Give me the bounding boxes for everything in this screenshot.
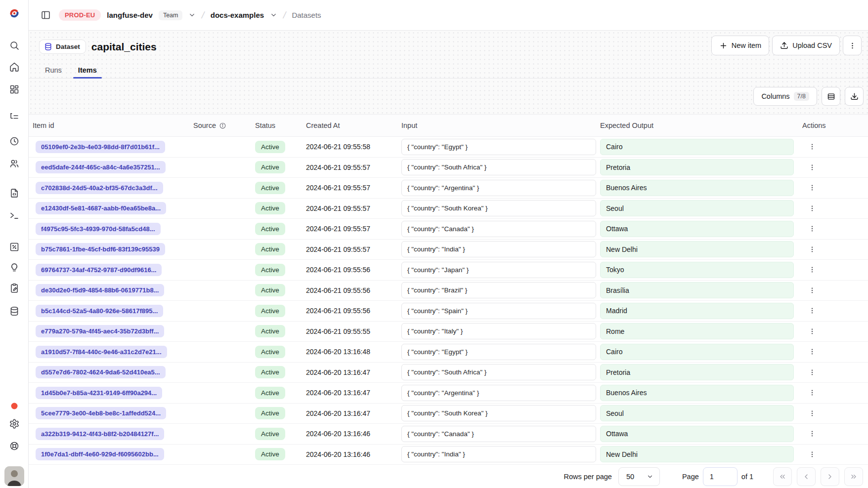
expected-output-cell[interactable]: Ottawa	[600, 426, 794, 442]
row-actions-button[interactable]	[804, 406, 821, 421]
row-actions-button[interactable]	[804, 324, 821, 339]
row-actions-button[interactable]	[804, 180, 821, 196]
item-id-badge[interactable]: 05109ef0-2e3b-4e03-98dd-8f7d01b61f...	[36, 141, 165, 153]
input-cell[interactable]: { "country": "Egypt" }	[401, 344, 596, 360]
item-id-badge[interactable]: 1f0e7da1-dbff-4e60-929d-f6095602bb...	[36, 448, 164, 460]
row-actions-button[interactable]	[804, 139, 821, 155]
table-row[interactable]: 69764737-34af-4752-9787-d90df9616... Act…	[29, 260, 868, 281]
input-cell[interactable]: { "country": "India" }	[401, 446, 596, 462]
item-id-badge[interactable]: e12430df-5e81-4687-aabb-f0ea65be8a...	[36, 202, 166, 214]
previous-page-button[interactable]	[797, 467, 816, 486]
item-id-badge[interactable]: eed5dafe-244f-465c-a84c-4a6e357251...	[36, 161, 166, 173]
expected-output-cell[interactable]: Tokyo	[600, 262, 794, 278]
column-header-item-id[interactable]: Item id	[29, 122, 193, 129]
expected-output-cell[interactable]: New Delhi	[600, 241, 794, 257]
download-button[interactable]	[845, 87, 864, 106]
prompts-file-code-icon[interactable]	[9, 188, 19, 199]
table-row[interactable]: b5c144cd-52a5-4a80-926e-58617f895... Act…	[29, 301, 868, 322]
table-row[interactable]: 1f0e7da1-dbff-4e60-929d-f6095602bb... Ac…	[29, 445, 868, 465]
column-header-input[interactable]: Input	[401, 122, 600, 129]
insights-lightbulb-icon[interactable]	[9, 263, 19, 273]
expected-output-cell[interactable]: New Delhi	[600, 446, 794, 462]
tracing-list-tree-icon[interactable]	[9, 112, 19, 122]
row-actions-button[interactable]	[804, 303, 821, 319]
expected-output-cell[interactable]: Ottawa	[600, 221, 794, 237]
input-cell[interactable]: { "country": "Canada" }	[401, 221, 596, 237]
support-lifebuoy-icon[interactable]	[9, 441, 19, 451]
breadcrumb-project[interactable]: docs-examples	[211, 11, 264, 19]
playground-terminal-icon[interactable]	[9, 210, 19, 221]
table-row[interactable]: e779a270-579a-4f45-aec4-35b72d3bff... Ac…	[29, 322, 868, 342]
input-cell[interactable]: { "country": "Japan" }	[401, 262, 596, 278]
row-actions-button[interactable]	[804, 242, 821, 257]
breadcrumb-org[interactable]: langfuse-dev	[107, 11, 153, 19]
home-icon[interactable]	[9, 62, 19, 73]
item-id-badge[interactable]: de30d2e0-f5d9-4854-88b6-0619771b8...	[36, 284, 164, 296]
expected-output-cell[interactable]: Pretoria	[600, 159, 794, 175]
expected-output-cell[interactable]: Madrid	[600, 303, 794, 319]
row-height-button[interactable]	[822, 87, 840, 106]
item-id-badge[interactable]: 5cee7779-3e00-4eb8-be8c-1affedd524...	[36, 407, 166, 419]
expected-output-cell[interactable]: Buenos Aires	[600, 180, 794, 196]
item-id-badge[interactable]: 1d45b0e7-b85a-4231-9149-6ff90a294...	[36, 387, 162, 399]
table-row[interactable]: b75c7861-1fbe-45cf-bdf6-83f139c95539 Act…	[29, 240, 868, 260]
row-actions-button[interactable]	[804, 426, 821, 442]
settings-gear-icon[interactable]	[9, 419, 19, 429]
status-dot-icon[interactable]	[11, 403, 17, 409]
input-cell[interactable]: { "country": "India" }	[401, 241, 596, 257]
row-actions-button[interactable]	[804, 385, 821, 401]
input-cell[interactable]: { "country": "Brazil" }	[401, 282, 596, 298]
input-cell[interactable]: { "country": "Argentina" }	[401, 180, 596, 196]
table-row[interactable]: c702838d-24d5-40a2-bf35-67dc3a3df... Act…	[29, 178, 868, 199]
sidebar-toggle-icon[interactable]	[39, 8, 53, 22]
row-actions-button[interactable]	[804, 160, 821, 175]
item-id-badge[interactable]: 69764737-34af-4752-9787-d90df9616...	[36, 264, 162, 276]
row-actions-button[interactable]	[804, 344, 821, 360]
row-actions-button[interactable]	[804, 201, 821, 216]
input-cell[interactable]: { "country": "Canada" }	[401, 426, 596, 442]
input-cell[interactable]: { "country": "Egypt" }	[401, 139, 596, 155]
user-avatar[interactable]	[4, 466, 24, 486]
row-actions-button[interactable]	[804, 283, 821, 298]
expected-output-cell[interactable]: Rome	[600, 323, 794, 339]
datasets-database-icon[interactable]	[9, 306, 19, 317]
table-row[interactable]: a1910d57-7f84-440c-9e46-a31c2d7e21... Ac…	[29, 342, 868, 363]
page-number-input[interactable]	[703, 467, 738, 486]
table-row[interactable]: 5cee7779-3e00-4eb8-be8c-1affedd524... Ac…	[29, 404, 868, 424]
dashboards-grid-icon[interactable]	[9, 84, 19, 95]
item-id-badge[interactable]: c702838d-24d5-40a2-bf35-67dc3a3df...	[36, 182, 163, 194]
row-actions-button[interactable]	[804, 262, 821, 278]
column-header-source[interactable]: Source	[193, 122, 255, 129]
last-page-button[interactable]	[844, 467, 863, 486]
item-id-badge[interactable]: a1910d57-7f84-440c-9e46-a31c2d7e21...	[36, 346, 167, 358]
tab-items[interactable]: Items	[73, 62, 102, 79]
input-cell[interactable]: { "country": "South Korea" }	[401, 405, 596, 421]
expected-output-cell[interactable]: Cairo	[600, 139, 794, 155]
upload-csv-button[interactable]: Upload CSV	[772, 36, 840, 55]
column-header-status[interactable]: Status	[255, 122, 306, 129]
expected-output-cell[interactable]: Buenos Aires	[600, 385, 794, 401]
item-id-badge[interactable]: e779a270-579a-4f45-aec4-35b72d3bff...	[36, 325, 164, 337]
table-row[interactable]: f4975c95-5fc3-4939-970d-58fa5cd48... Act…	[29, 219, 868, 240]
info-icon[interactable]	[219, 122, 226, 129]
input-cell[interactable]: { "country": "South Korea" }	[401, 200, 596, 216]
annotation-clipboard-pen-icon[interactable]	[9, 283, 19, 293]
header-more-actions-button[interactable]	[843, 36, 862, 55]
column-header-expected-output[interactable]: Expected Output	[600, 122, 796, 129]
row-actions-button[interactable]	[804, 447, 821, 462]
table-row[interactable]: 1d45b0e7-b85a-4231-9149-6ff90a294... Act…	[29, 383, 868, 404]
item-id-badge[interactable]: a322b319-9412-4f43-b8f2-b20484127f...	[36, 428, 164, 440]
item-id-badge[interactable]: d557e7d6-7802-4624-9da6-52d410ea5...	[36, 366, 166, 378]
column-header-created-at[interactable]: Created At	[306, 122, 401, 129]
next-page-button[interactable]	[821, 467, 839, 486]
row-actions-button[interactable]	[804, 365, 821, 380]
input-cell[interactable]: { "country": "South Africa" }	[401, 364, 596, 380]
search-icon[interactable]	[9, 41, 19, 51]
expected-output-cell[interactable]: Seoul	[600, 200, 794, 216]
item-id-badge[interactable]: b75c7861-1fbe-45cf-bdf6-83f139c95539	[36, 243, 165, 255]
input-cell[interactable]: { "country": "Argentina" }	[401, 385, 596, 401]
table-row[interactable]: e12430df-5e81-4687-aabb-f0ea65be8a... Ac…	[29, 199, 868, 219]
item-id-badge[interactable]: f4975c95-5fc3-4939-970d-58fa5cd48...	[36, 223, 161, 235]
table-row[interactable]: 05109ef0-2e3b-4e03-98dd-8f7d01b61f... Ac…	[29, 137, 868, 158]
project-chevron-down-icon[interactable]	[270, 11, 277, 19]
